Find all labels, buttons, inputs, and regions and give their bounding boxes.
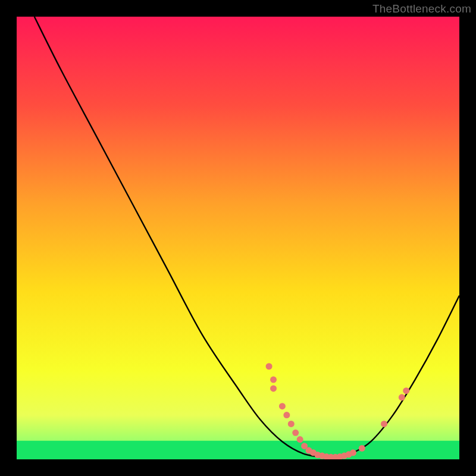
data-marker <box>350 449 356 456</box>
attribution-label: TheBottleneck.com <box>372 2 471 15</box>
data-marker <box>283 412 290 418</box>
bottleneck-curve-chart <box>17 17 459 459</box>
data-marker <box>399 394 405 400</box>
data-marker <box>403 387 409 394</box>
data-marker <box>381 421 387 427</box>
gradient-background <box>17 17 459 459</box>
data-marker <box>288 421 295 427</box>
chart-frame <box>17 17 459 459</box>
data-marker <box>270 377 277 383</box>
data-marker <box>270 385 277 392</box>
data-marker <box>279 403 286 409</box>
data-marker <box>297 436 303 443</box>
data-marker <box>266 363 273 369</box>
data-marker <box>359 445 365 452</box>
data-marker <box>292 430 299 436</box>
